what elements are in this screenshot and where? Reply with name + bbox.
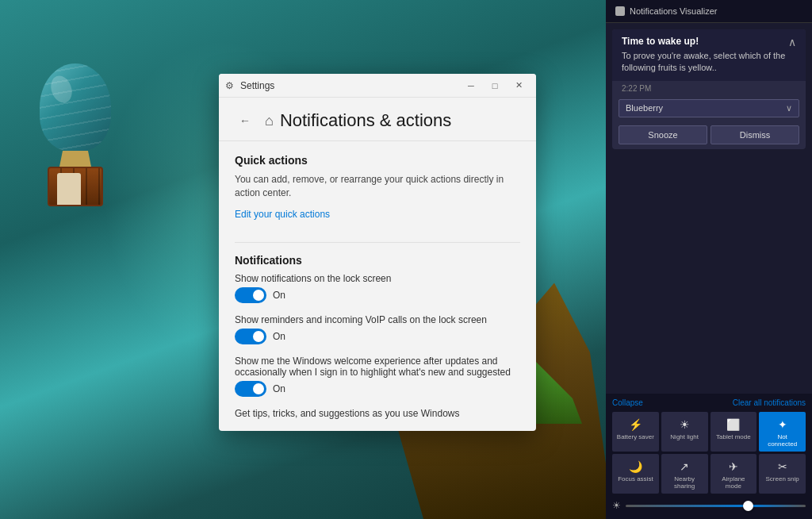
toggle-2[interactable]: [235, 381, 266, 397]
screen-snip-label: Screen snip: [766, 475, 799, 483]
balloon-stripes: [40, 63, 111, 151]
notif-card-header: Time to wake up! To prove you're awake, …: [612, 29, 806, 81]
toggle-knob-2: [253, 383, 264, 394]
toggle-0[interactable]: [235, 287, 266, 303]
dismiss-button[interactable]: Dismiss: [710, 125, 799, 144]
section-divider: [235, 242, 520, 243]
quick-actions-title: Quick actions: [235, 154, 520, 167]
page-title: ⌂ Notifications & actions: [265, 110, 451, 131]
notif-action-buttons: Snooze Dismiss: [612, 121, 806, 149]
toggle-label-1: Show reminders and incoming VoIP calls o…: [235, 314, 520, 325]
balloon-body: [40, 63, 111, 151]
nearby-sharing-label: Nearby sharing: [665, 475, 705, 490]
toggle-label-2: Show me the Windows welcome experience a…: [235, 356, 520, 378]
quick-action-wifi[interactable]: ✦ Not connected: [759, 412, 806, 452]
notif-dropdown-value: Blueberry: [626, 103, 663, 113]
airplane-mode-icon: ✈: [729, 460, 738, 473]
toggle-row-voip: Show reminders and incoming VoIP calls o…: [235, 314, 520, 344]
toggle-state-1: On: [273, 331, 285, 342]
snooze-button[interactable]: Snooze: [619, 125, 707, 144]
battery-saver-icon: ⚡: [629, 418, 642, 431]
quick-action-night-light[interactable]: ☀ Night light: [661, 412, 708, 452]
title-bar-text: Settings: [240, 80, 274, 91]
nearby-sharing-icon: ↗: [680, 460, 689, 473]
action-center-bottom: Collapse Clear all notifications ⚡ Batte…: [606, 394, 812, 519]
quick-action-focus-assist[interactable]: 🌙 Focus assist: [612, 454, 659, 494]
notif-viz-app-icon: [615, 6, 625, 16]
airplane-mode-label: Airplane mode: [714, 475, 754, 490]
notif-card-chevron-icon[interactable]: ∧: [788, 36, 796, 48]
title-bar-left: ⚙ Settings: [225, 80, 274, 91]
toggle-label-3: Get tips, tricks, and suggestions as you…: [235, 408, 520, 419]
settings-app-icon: ⚙: [225, 80, 234, 91]
brightness-slider-thumb: [743, 501, 753, 511]
brightness-row: ☀: [612, 497, 806, 514]
tablet-mode-label: Tablet mode: [716, 433, 751, 441]
toggle-container-1: On: [235, 329, 520, 344]
quick-actions-desc: You can add, remove, or rearrange your q…: [235, 173, 520, 200]
quick-action-nearby-sharing[interactable]: ↗ Nearby sharing: [661, 454, 708, 494]
toggle-state-0: On: [273, 290, 285, 301]
night-light-label: Night light: [670, 433, 699, 441]
page-title-text: Notifications & actions: [280, 110, 451, 131]
action-center-panel: Notifications Visualizer Time to wake up…: [606, 0, 812, 519]
toggle-container-0: On: [235, 287, 520, 303]
edit-quick-actions-link[interactable]: Edit your quick actions: [235, 209, 330, 220]
brightness-icon: ☀: [612, 500, 621, 511]
notif-viz-title: Notifications Visualizer: [630, 6, 717, 16]
notif-card-body: To prove you're awake, select which of t…: [622, 50, 788, 75]
quick-action-battery-saver[interactable]: ⚡ Battery saver: [612, 412, 659, 452]
toggle-row-tips: Get tips, tricks, and suggestions as you…: [235, 408, 520, 419]
basket-character: [57, 173, 81, 205]
toggle-knob-1: [253, 331, 264, 342]
title-bar-controls: ─ □ ✕: [460, 78, 530, 94]
settings-header: ← ⌂ Notifications & actions: [219, 98, 536, 141]
night-light-icon: ☀: [680, 418, 690, 431]
screen-snip-icon: ✂: [778, 460, 787, 473]
notifications-title: Notifications: [235, 254, 520, 267]
toggle-container-2: On: [235, 381, 520, 397]
brightness-slider[interactable]: [626, 505, 806, 507]
notif-card-title: Time to wake up!: [622, 36, 788, 47]
back-button[interactable]: ←: [235, 113, 255, 129]
notification-card: Time to wake up! To prove you're awake, …: [612, 29, 806, 149]
notif-card-content: Time to wake up! To prove you're awake, …: [622, 36, 788, 75]
maximize-button[interactable]: □: [484, 78, 506, 94]
minimize-button[interactable]: ─: [460, 78, 482, 94]
focus-assist-label: Focus assist: [618, 475, 653, 483]
title-bar: ⚙ Settings ─ □ ✕: [219, 74, 536, 98]
action-meta-row: Collapse Clear all notifications: [612, 398, 806, 407]
quick-actions-grid: ⚡ Battery saver ☀ Night light ⬜ Tablet m…: [612, 412, 806, 494]
home-icon: ⌂: [265, 113, 274, 129]
notif-viz-header: Notifications Visualizer: [606, 0, 812, 23]
toggle-label-0: Show notifications on the lock screen: [235, 273, 520, 284]
balloon-basket: [48, 167, 103, 206]
settings-content: ← ⌂ Notifications & actions Quick action…: [219, 98, 536, 431]
quick-action-airplane-mode[interactable]: ✈ Airplane mode: [710, 454, 757, 494]
clear-all-button[interactable]: Clear all notifications: [733, 398, 806, 407]
toggle-row-lock-screen: Show notifications on the lock screen On: [235, 273, 520, 303]
notif-dropdown-arrow-icon: ∨: [786, 103, 792, 113]
back-icon: ←: [239, 114, 251, 127]
notif-timestamp: 2:22 PM: [612, 81, 806, 96]
quick-action-tablet-mode[interactable]: ⬜ Tablet mode: [710, 412, 757, 452]
collapse-button[interactable]: Collapse: [612, 398, 643, 407]
notif-answer-dropdown[interactable]: Blueberry ∨: [619, 99, 799, 117]
balloon-bottom: [59, 151, 91, 167]
toggle-1[interactable]: [235, 329, 266, 344]
settings-body: Quick actions You can add, remove, or re…: [219, 141, 536, 419]
settings-window: ⚙ Settings ─ □ ✕ ← ⌂ Notifications & act…: [219, 74, 536, 431]
hot-air-balloon: [40, 63, 111, 206]
wifi-label: Not connected: [762, 433, 802, 448]
wifi-icon: ✦: [778, 418, 787, 431]
toggle-knob-0: [253, 290, 264, 301]
quick-action-screen-snip[interactable]: ✂ Screen snip: [759, 454, 806, 494]
battery-saver-label: Battery saver: [617, 433, 654, 441]
toggle-row-welcome: Show me the Windows welcome experience a…: [235, 356, 520, 397]
toggle-state-2: On: [273, 383, 285, 394]
close-button[interactable]: ✕: [508, 78, 530, 94]
tablet-mode-icon: ⬜: [726, 418, 740, 431]
focus-assist-icon: 🌙: [629, 460, 642, 473]
